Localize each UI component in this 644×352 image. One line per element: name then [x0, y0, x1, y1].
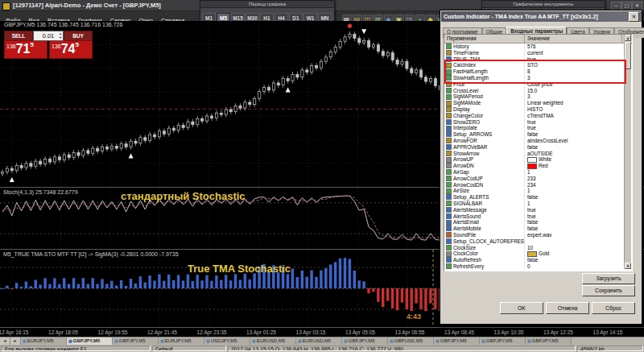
scroll-up-icon[interactable]: ▲	[625, 35, 631, 41]
param-row[interactable]: ShowArrowaOUTSIDE	[444, 151, 632, 157]
param-value[interactable]: true	[525, 56, 622, 63]
dialog-title-bar[interactable]: Custom Indicator - TMA Index True AA MTF…	[441, 11, 642, 22]
param-value[interactable]: 0	[525, 263, 622, 270]
param-value[interactable]: aIndexCrossLevel	[525, 138, 622, 144]
param-row[interactable]: AlertsEmailfalse	[444, 219, 632, 226]
status-profile[interactable]: Default	[152, 346, 226, 351]
param-row[interactable]: AlertsSoundtrue	[444, 213, 632, 220]
chart-tab-3[interactable]: ▦EURJPY,M5	[159, 338, 204, 345]
param-value[interactable]: Red	[525, 163, 622, 169]
chart-tab-0[interactable]: ▦EURJPY,M5	[21, 338, 67, 345]
param-value[interactable]: 1	[525, 188, 622, 194]
param-row[interactable]: History576	[444, 43, 632, 50]
param-row[interactable]: ClockSize10	[444, 245, 632, 251]
tabs-scroll-left-icon[interactable]: ◄	[0, 338, 10, 345]
load-button[interactable]: Загрузить	[582, 273, 635, 284]
chart-tab-10[interactable]: ▦GBPJPY,M5	[480, 338, 526, 345]
param-row[interactable]: DisplayHISTO	[444, 106, 632, 113]
scroll-down-icon[interactable]: ▼	[625, 263, 631, 269]
param-row[interactable]: CrossLevel15.0	[444, 88, 632, 94]
lot-size-input[interactable]: 0.01▲▼	[33, 31, 64, 41]
param-value[interactable]: false	[525, 194, 622, 201]
param-value[interactable]: 1	[525, 169, 622, 176]
dialog-close-icon[interactable]: ✕	[629, 12, 639, 22]
param-value[interactable]: true	[525, 213, 622, 220]
table-scrollbar[interactable]: ▲ ▼	[624, 35, 631, 269]
param-row[interactable]: Setup_ALERTSfalse	[444, 194, 632, 201]
param-row[interactable]: SIGNALBAR1	[444, 201, 632, 207]
ask-price-box[interactable]: 136745	[49, 40, 93, 59]
param-value[interactable]: false	[525, 219, 622, 226]
param-row[interactable]: AutoRefreshfalse	[444, 257, 632, 263]
param-row[interactable]: AirGap1	[444, 169, 632, 176]
param-value[interactable]: Linear weighted	[525, 100, 622, 106]
param-row[interactable]: RefreshEvery0	[444, 263, 632, 270]
param-value[interactable]: 10	[525, 245, 622, 251]
param-row[interactable]: ArrowFORaIndexCrossLevel	[444, 138, 632, 144]
lot-spinner[interactable]: ▲▼	[59, 31, 62, 39]
cancel-button[interactable]: Отмена	[546, 302, 589, 314]
param-row[interactable]: ArrowCodDN234	[444, 182, 632, 188]
param-value[interactable]: false	[525, 131, 622, 138]
param-row[interactable]: AlertsMobilefalse	[444, 226, 632, 232]
param-row[interactable]: CalcIndexSTO	[444, 62, 632, 68]
param-value[interactable]: true	[525, 207, 622, 213]
param-row[interactable]: AlertsMessagetrue	[444, 207, 632, 213]
param-row[interactable]: TimeFramecurrent	[444, 50, 632, 56]
param-row[interactable]: ArrowUPWhite	[444, 156, 632, 163]
chart-tab-8[interactable]: ▦GBPUSD,M5	[388, 338, 434, 345]
param-value[interactable]: 233	[525, 176, 622, 182]
param-value[interactable]: Close price	[525, 81, 622, 88]
scroll-thumb[interactable]	[625, 42, 631, 69]
param-value[interactable]: 15.0	[525, 88, 622, 94]
tools-toolbar-title[interactable]: Графические инструменты	[482, 1, 605, 8]
chart-tab-4[interactable]: ▦USDJPY,M5	[204, 338, 250, 345]
param-value[interactable]: STO	[525, 62, 622, 68]
param-row[interactable]: AirSize1	[444, 188, 632, 194]
param-value[interactable]: 3	[525, 93, 622, 100]
tabs-scroll-right-icon[interactable]: ►	[10, 338, 21, 345]
param-row[interactable]: Interpolatetrue	[444, 125, 632, 131]
param-value[interactable]: 234	[525, 182, 622, 188]
chart-tab-6[interactable]: ▦EURUSD,M5	[296, 338, 342, 345]
param-row[interactable]: FastHalfLength8	[444, 68, 632, 75]
chart-tab-2[interactable]: ▦GBPJPY,M5	[113, 338, 159, 345]
chart-tab-7[interactable]: ▦GBPJPY,M5	[342, 338, 388, 345]
ok-button[interactable]: OK	[500, 302, 543, 314]
param-row[interactable]: ClockColorGold	[444, 251, 632, 257]
param-value[interactable]: Gold	[525, 251, 622, 257]
param-row[interactable]: Setup_ARROWSfalse	[444, 131, 632, 138]
chart-tab-1[interactable]: ▦GBPJPY,M5	[67, 338, 113, 345]
param-value[interactable]: White	[525, 156, 622, 163]
chart-tab-9[interactable]: ▦GBPJPY,M5	[434, 338, 480, 345]
param-row[interactable]: TRUE_TMAtrue	[444, 56, 632, 63]
param-value[interactable]: aOUTSIDE	[525, 151, 622, 157]
param-row[interactable]: ShowZEROtrue	[444, 119, 632, 126]
param-row[interactable]: PriceClose price	[444, 81, 632, 88]
param-value[interactable]: true	[525, 119, 622, 126]
param-value[interactable]: cTrendTMA	[525, 113, 622, 119]
param-value[interactable]: false	[525, 144, 622, 151]
save-button[interactable]: Сохранить	[582, 285, 635, 296]
param-row[interactable]: SigMAPeriod3	[444, 93, 632, 100]
param-value[interactable]: true	[525, 125, 622, 131]
param-row[interactable]: APPROVeBARfalse	[444, 144, 632, 151]
param-value[interactable]: 8	[525, 68, 622, 75]
param-row[interactable]: Setup_CLOCK_AUTOREFRESH	[444, 238, 632, 245]
param-value[interactable]: false	[525, 257, 622, 263]
param-value[interactable]: false	[525, 226, 622, 232]
param-row[interactable]: ArrowDNRed	[444, 163, 632, 169]
param-row[interactable]: SoundFileexpert.wav	[444, 232, 632, 238]
reset-button[interactable]: Сброс	[592, 302, 635, 314]
param-value[interactable]: HISTO	[525, 106, 622, 113]
period-toolbar-title[interactable]: Период графика	[200, 1, 334, 8]
chart-tab-5[interactable]: ▦EURUSD,M5	[250, 338, 296, 345]
param-value[interactable]: 3	[525, 75, 622, 81]
param-row[interactable]: SlowHalfLength3	[444, 75, 632, 81]
param-value[interactable]: current	[525, 50, 622, 56]
param-row[interactable]: SigMAModeLinear weighted	[444, 100, 632, 106]
param-value[interactable]: expert.wav	[525, 232, 622, 238]
param-row[interactable]: ArrowCodUP233	[444, 176, 632, 182]
param-row[interactable]: ChangeColorcTrendTMA	[444, 113, 632, 119]
bid-price-box[interactable]: 136715	[4, 40, 47, 59]
